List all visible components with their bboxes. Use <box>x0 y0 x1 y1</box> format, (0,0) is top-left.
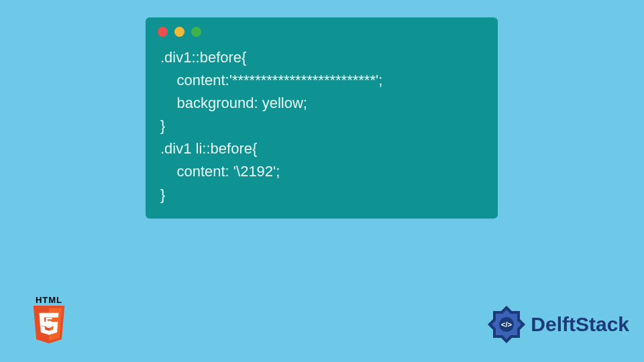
delftstack-icon: </> <box>486 304 527 345</box>
code-line: content:'*************************'; <box>160 72 382 88</box>
maximize-icon[interactable] <box>191 27 201 37</box>
code-line: content: '\2192'; <box>160 163 280 180</box>
html5-label: HTML <box>28 295 70 305</box>
html5-number: 5 <box>45 315 53 331</box>
code-body: .div1::before{ content:'****************… <box>146 44 498 209</box>
code-window: .div1::before{ content:'****************… <box>146 17 498 219</box>
code-line: } <box>160 117 165 134</box>
delftstack-label: DelftStack <box>531 313 629 336</box>
delftstack-logo: </> DelftStack <box>486 304 629 345</box>
close-icon[interactable] <box>158 27 168 37</box>
html5-badge: HTML 5 <box>28 295 70 349</box>
html5-shield-icon: 5 <box>30 306 68 346</box>
code-line: .div1 li::before{ <box>160 140 257 157</box>
code-line: background: yellow; <box>160 95 307 111</box>
minimize-icon[interactable] <box>174 27 184 37</box>
code-line: .div1::before{ <box>160 49 246 66</box>
window-controls <box>146 17 498 44</box>
svg-text:</>: </> <box>501 320 512 328</box>
code-line: } <box>160 186 165 203</box>
